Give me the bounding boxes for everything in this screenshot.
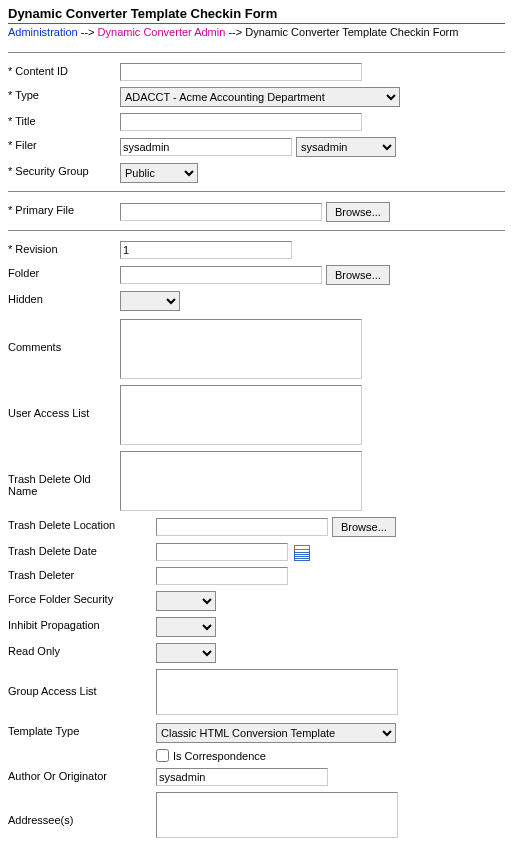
page-title: Dynamic Converter Template Checkin Form [8,6,505,24]
label-comments: Comments [8,319,120,353]
breadcrumb-dynamic-converter-admin[interactable]: Dynamic Converter Admin [98,26,226,38]
label-primary-file: * Primary File [8,202,120,216]
title-input[interactable] [120,113,362,131]
user-access-list-textarea[interactable] [120,385,362,445]
label-trash-deleter: Trash Deleter [8,567,156,581]
trash-delete-old-name-textarea[interactable] [120,451,362,511]
label-revision: * Revision [8,241,120,255]
content-id-input[interactable] [120,63,362,81]
label-trash-delete-date: Trash Delete Date [8,543,156,557]
label-inhibit-propagation: Inhibit Propagation [8,617,156,631]
label-empty [8,749,156,751]
inhibit-propagation-select[interactable] [156,617,216,637]
label-content-id: * Content ID [8,63,120,77]
revision-input[interactable] [120,241,292,259]
breadcrumb-administration[interactable]: Administration [8,26,78,38]
trash-delete-date-input[interactable] [156,543,288,561]
folder-browse-button[interactable]: Browse... [326,265,390,285]
section-divider [8,52,505,53]
filer-select[interactable]: sysadmin [296,137,396,157]
label-is-correspondence: Is Correspondence [173,750,266,762]
label-security-group: * Security Group [8,163,120,177]
label-filer: * Filer [8,137,120,151]
primary-file-input[interactable] [120,203,322,221]
addressees-textarea[interactable] [156,792,398,838]
force-folder-security-select[interactable] [156,591,216,611]
security-group-select[interactable]: Public [120,163,198,183]
label-addressees: Addressee(s) [8,792,156,826]
label-user-access-list: User Access List [8,385,120,419]
section-divider [8,230,505,231]
label-author-or-originator: Author Or Originator [8,768,156,782]
label-folder: Folder [8,265,120,279]
label-template-type: Template Type [8,723,156,737]
label-title: * Title [8,113,120,127]
section-divider [8,191,505,192]
author-or-originator-input[interactable] [156,768,328,786]
label-force-folder-security: Force Folder Security [8,591,156,605]
type-select[interactable]: ADACCT - Acme Accounting Department [120,87,400,107]
folder-input[interactable] [120,266,322,284]
breadcrumb-current: Dynamic Converter Template Checkin Form [245,26,458,38]
filer-input[interactable] [120,138,292,156]
label-type: * Type [8,87,120,101]
trash-deleter-input[interactable] [156,567,288,585]
calendar-icon[interactable] [294,545,310,561]
label-group-access-list: Group Access List [8,669,156,697]
hidden-select[interactable] [120,291,180,311]
primary-file-browse-button[interactable]: Browse... [326,202,390,222]
is-correspondence-checkbox[interactable] [156,749,169,762]
label-read-only: Read Only [8,643,156,657]
template-type-select[interactable]: Classic HTML Conversion Template [156,723,396,743]
read-only-select[interactable] [156,643,216,663]
group-access-list-textarea[interactable] [156,669,398,715]
trash-delete-location-browse-button[interactable]: Browse... [332,517,396,537]
label-trash-delete-old-name: Trash Delete Old Name [8,451,120,497]
breadcrumb-sep: --> [228,26,242,38]
label-trash-delete-location: Trash Delete Location [8,517,156,531]
label-hidden: Hidden [8,291,120,305]
trash-delete-location-input[interactable] [156,518,328,536]
breadcrumb-sep: --> [81,26,95,38]
breadcrumb: Administration --> Dynamic Converter Adm… [8,26,505,38]
comments-textarea[interactable] [120,319,362,379]
